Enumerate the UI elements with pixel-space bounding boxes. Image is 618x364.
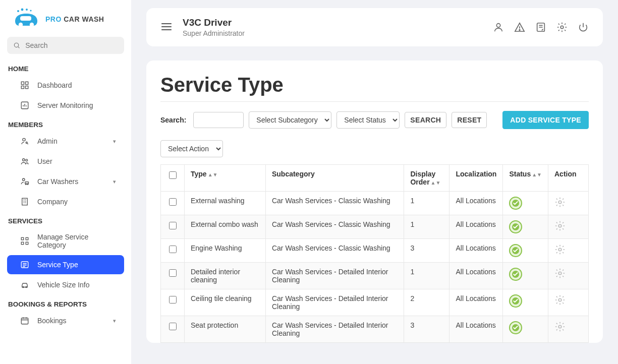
svg-point-33 [519,30,520,31]
cell-type: Detailed interior cleaning [185,263,266,289]
svg-point-45 [558,298,561,301]
sidebar-item-vehicle-size-info[interactable]: Vehicle Size Info [7,275,124,294]
row-checkbox[interactable] [169,198,177,206]
sidebar-item-company[interactable]: Company [7,192,124,211]
bulk-action-select[interactable]: Select Action [160,140,223,157]
reset-button[interactable]: RESET [452,112,487,128]
building-icon [20,197,29,206]
sidebar-item-car-washers[interactable]: Car Washers ▾ [7,172,124,191]
cell-type: Ceiling tile cleaning [185,289,266,316]
table-row: External combo wash Car Wash Services - … [161,215,589,239]
status-active-icon[interactable] [509,294,522,308]
status-active-icon[interactable] [509,197,522,210]
svg-rect-26 [26,242,28,245]
sidebar-item-server-monitoring[interactable]: Server Monitoring [7,96,124,115]
cell-order: 1 [404,263,450,289]
row-settings-icon[interactable] [554,249,566,257]
svg-rect-11 [21,86,24,89]
cell-order: 2 [404,289,450,316]
status-active-icon[interactable] [509,244,522,257]
section-header: HOME [0,60,131,75]
sidebar-item-admin[interactable]: Admin ▾ [7,132,124,151]
cell-type: External washing [185,192,266,215]
col-action: Action [548,165,589,192]
row-settings-icon[interactable] [554,272,566,280]
sidebar-item-dashboard[interactable]: Dashboard [7,76,124,95]
brand-text: PRO CAR WASH [45,15,104,23]
cell-localization: All Locations [450,316,503,343]
sidebar-item-label: Bookings [37,317,105,325]
cell-localization: All Locations [450,215,503,239]
search-icon [13,41,20,49]
row-settings-icon[interactable] [554,326,566,334]
row-settings-icon[interactable] [554,201,566,209]
search-label: Search: [160,116,186,124]
user-role: Super Administrator [183,29,245,37]
search-button[interactable]: SEARCH [405,112,446,128]
subcategory-select[interactable]: Select Subcategory [249,111,331,129]
sidebar-item-bookings[interactable]: Bookings ▾ [7,311,124,330]
select-all-checkbox[interactable] [169,171,177,179]
sidebar-item-service-type[interactable]: Service Type [7,255,124,274]
search-input[interactable] [193,112,244,128]
sidebar-search[interactable] [7,37,124,54]
sidebar-item-label: Car Washers [37,177,105,186]
alert-icon[interactable] [514,22,525,33]
col-subcategory: Subcategory [265,165,404,192]
section-header: BOOKINGS & REPORTS [0,295,131,310]
menu-toggle-icon[interactable] [160,21,173,34]
add-service-type-button[interactable]: ADD SERVICE TYPE [502,111,589,129]
status-active-icon[interactable] [509,268,522,281]
brand-logo: PRO CAR WASH [0,5,131,37]
svg-point-0 [17,10,19,12]
sidebar-item-manage-service-category[interactable]: Manage Service Category [7,228,124,254]
sidebar-search-input[interactable] [24,41,118,50]
sidebar-item-label: Manage Service Category [37,233,116,249]
svg-point-43 [558,272,561,275]
profile-icon[interactable] [493,22,504,33]
col-status[interactable]: Status▲▼ [503,165,548,192]
cell-subcategory: Car Wash Services - Detailed Interior Cl… [265,289,404,316]
settings-icon[interactable] [556,22,568,33]
svg-point-41 [558,248,561,251]
sidebar-item-label: Service Type [37,261,116,269]
group-icon [20,157,29,166]
svg-point-3 [30,10,31,11]
cell-type: External combo wash [185,215,266,239]
col-display-order[interactable]: Display Order▲▼ [404,165,450,192]
status-active-icon[interactable] [509,220,522,233]
row-settings-icon[interactable] [554,299,566,307]
power-icon[interactable] [578,22,589,33]
note-icon[interactable] [535,22,546,33]
cell-order: 3 [404,239,450,263]
person-car-icon [20,177,29,186]
svg-rect-25 [21,242,24,245]
cell-action [548,215,589,239]
svg-rect-23 [21,237,24,240]
row-settings-icon[interactable] [554,225,566,233]
svg-point-15 [26,142,27,144]
svg-rect-9 [21,82,24,84]
row-checkbox[interactable] [169,269,177,277]
cell-subcategory: Car Wash Services - Classic Washing [265,215,404,239]
col-type[interactable]: Type▲▼ [185,165,266,192]
row-checkbox[interactable] [169,323,177,330]
svg-point-17 [26,159,28,161]
divider [160,101,589,102]
chevron-down-icon: ▾ [113,138,116,145]
status-select[interactable]: Select Status [336,111,400,129]
svg-rect-22 [22,198,28,205]
cell-action [548,239,589,263]
cell-localization: All Locations [450,239,503,263]
row-checkbox[interactable] [169,222,177,229]
sidebar-item-user[interactable]: User [7,152,124,171]
cell-type: Seat protection [185,316,266,343]
car-logo-icon [12,8,40,30]
row-checkbox[interactable] [169,296,177,304]
section-header: MEMBERS [0,116,131,131]
user-block: V3C Driver Super Administrator [183,17,245,37]
status-active-icon[interactable] [509,321,522,334]
section-header: SERVICES [0,212,131,227]
cell-type: Engine Washing [185,239,266,263]
row-checkbox[interactable] [169,246,177,253]
